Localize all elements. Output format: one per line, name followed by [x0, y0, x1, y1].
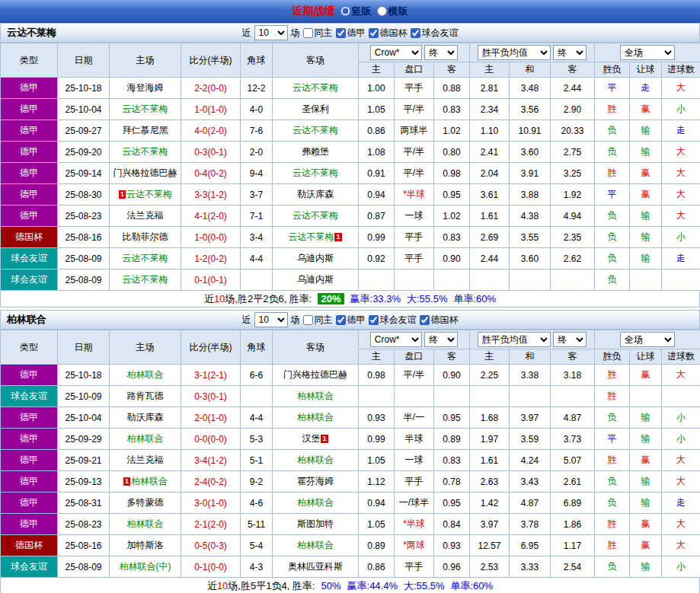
ah-final-select[interactable]: 终 — [424, 332, 458, 347]
red-card-badge: 1 — [119, 190, 126, 199]
match-row: 德甲25-08-23柏林联合2-1(2-0)5-11斯图加特1.05*半球0.8… — [1, 514, 700, 535]
full-match-select[interactable]: 全场 — [620, 332, 675, 347]
team-name: 汉堡 — [302, 433, 320, 444]
match-row: 德甲25-09-20云达不莱梅0-3(0-1)2-0弗赖堡1.08平/半0.80… — [1, 142, 700, 163]
league-checkbox[interactable] — [336, 28, 346, 38]
matches-tbody: 德甲25-10-18海登海姆2-2(0-0)12-2云达不莱梅1.00平手0.8… — [1, 78, 700, 291]
eu-home-odds-cell: 2.53 — [470, 556, 510, 578]
wdl-average-select[interactable]: 胜平负均值 — [478, 332, 551, 347]
same-home-checkbox[interactable] — [303, 315, 313, 325]
result-handicap-cell: 输 — [630, 248, 662, 269]
ah-away-odds-cell: 0.83 — [434, 450, 470, 471]
league-filter-3[interactable]: 德国杯 — [420, 314, 459, 327]
league-type-cell: 德甲 — [1, 206, 58, 227]
team-name: 霍芬海姆 — [297, 476, 334, 486]
league-filter-2[interactable]: 球会友谊 — [369, 314, 417, 327]
league-checkbox[interactable] — [369, 28, 379, 38]
ah-final-select[interactable]: 终 — [424, 45, 458, 60]
league-checkbox[interactable] — [369, 315, 379, 325]
league-type-cell: 德甲 — [1, 365, 58, 386]
eu-draw-odds-cell: 4.38 — [510, 206, 551, 227]
match-score-cell: 0-1(0-0) — [181, 556, 241, 578]
odds-company-select[interactable]: Crow* — [370, 332, 422, 347]
result-goals-cell: 小 — [662, 407, 700, 429]
league-checkbox[interactable] — [336, 315, 346, 325]
team-name: 路肯瓦德 — [127, 391, 164, 401]
eu-home-odds-cell: 2.04 — [470, 163, 510, 184]
same-home-filter[interactable]: 同主 — [303, 27, 333, 40]
eu-draw-odds-cell: 3.78 — [510, 514, 551, 535]
league-checkbox[interactable] — [411, 28, 420, 38]
single-rate: 单率:60% — [453, 292, 496, 306]
same-home-checkbox[interactable] — [303, 28, 313, 38]
league-type-cell: 球会友谊 — [1, 248, 58, 269]
result-wdl-cell: 胜 — [595, 365, 630, 386]
result-goals-cell: 大 — [662, 450, 700, 471]
match-date-cell: 25-08-16 — [58, 535, 110, 556]
team-name: 柏林联合 — [297, 454, 334, 465]
wdl-average-select[interactable]: 胜平负均值 — [478, 45, 551, 60]
col-ah-line: 盘口 — [395, 62, 434, 78]
vertical-view-radio[interactable] — [340, 6, 350, 16]
corner-cell: 3-4 — [241, 227, 273, 248]
team-section-union: 柏林联合 近 10 场 同主 德甲 球会友谊 德国杯 — [0, 310, 700, 593]
home-team-cell: 柏林联合 — [110, 365, 181, 386]
match-date-cell: 25-09-13 — [58, 471, 110, 493]
result-handicap-cell: 走 — [630, 78, 662, 99]
eu-home-odds-cell: 1.61 — [470, 206, 510, 227]
league-label: 德国杯 — [380, 27, 408, 40]
league-checkbox[interactable] — [420, 315, 430, 325]
view-option-vertical[interactable]: 竖版 — [340, 5, 372, 18]
eu-away-odds-cell: 2.54 — [551, 556, 595, 578]
recent-count-select[interactable]: 10 — [254, 25, 288, 40]
league-filter-1[interactable]: 德甲 — [336, 314, 366, 327]
odds-company-select[interactable]: Crow* — [370, 45, 422, 60]
league-filter-1[interactable]: 德甲 — [336, 27, 366, 40]
team-name: 柏林联合 — [127, 369, 164, 380]
match-score-cell: 4-0(2-0) — [181, 120, 241, 142]
result-goals-cell: 走 — [662, 493, 700, 514]
home-team-cell: 云达不莱梅 — [110, 99, 181, 120]
matches-tbody: 德甲25-10-18柏林联合3-1(2-1)6-6门兴格拉德巴赫0.98平/半0… — [1, 365, 700, 578]
team-name: 门兴格拉德巴赫 — [113, 167, 177, 178]
full-match-select[interactable]: 全场 — [620, 45, 675, 60]
ah-away-odds-cell — [434, 269, 470, 291]
same-home-filter[interactable]: 同主 — [303, 314, 333, 327]
result-handicap-cell — [630, 386, 662, 407]
recent-count-select[interactable]: 10 — [254, 312, 288, 327]
match-score-cell: 0-1(0-1) — [181, 269, 241, 291]
ah-odds-group: Crow* 终 — [359, 43, 470, 62]
matches-table: 类型 日期 主场 比分(半场) 角球 客场 Crow* 终 胜平负均值 终 全场 — [0, 43, 700, 291]
league-filter-3[interactable]: 球会友谊 — [411, 27, 459, 40]
match-date-cell: 25-08-31 — [58, 493, 110, 514]
ah-home-odds-cell: 0.86 — [359, 556, 395, 578]
ah-away-odds-cell: 0.95 — [434, 407, 470, 429]
corner-cell: 9-4 — [241, 163, 273, 184]
col-type: 类型 — [1, 43, 58, 78]
match-score-cell: 1-0(1-0) — [181, 99, 241, 120]
col-eu-home: 主 — [470, 349, 510, 365]
corner-cell: 4-4 — [241, 407, 273, 429]
result-goals-cell: 大 — [662, 163, 700, 184]
league-type-cell: 德甲 — [1, 493, 58, 514]
away-team-cell: 奥林匹亚科斯 — [273, 556, 359, 578]
result-handicap-cell: 赢 — [630, 184, 662, 206]
wdl-final-select[interactable]: 终 — [553, 332, 587, 347]
single-rate: 单率:60% — [450, 579, 493, 593]
result-goals-cell: 小 — [662, 99, 700, 120]
match-row: 德甲25-09-29柏林联合0-0(0-0)5-3汉堡10.99半球0.891.… — [1, 429, 700, 450]
eu-away-odds-cell: 2.75 — [551, 142, 595, 163]
away-team-cell: 柏林联合 — [273, 386, 359, 407]
league-filter-2[interactable]: 德国杯 — [369, 27, 408, 40]
view-option-horizontal[interactable]: 横版 — [377, 5, 408, 18]
wdl-final-select[interactable]: 终 — [553, 45, 587, 60]
team-name: 柏林联合 — [297, 497, 334, 508]
away-team-cell: 云达不莱梅 — [273, 78, 359, 99]
ah-away-odds-cell: 0.80 — [434, 142, 470, 163]
col-ah-home: 主 — [359, 62, 395, 78]
horizontal-view-radio[interactable] — [377, 6, 387, 16]
home-team-cell: 1柏林联合 — [110, 471, 181, 493]
eu-home-odds-cell: 1.42 — [470, 493, 510, 514]
match-row: 球会友谊25-08-09柏林联合(中)0-1(0-0)4-3奥林匹亚科斯0.86… — [1, 556, 700, 578]
match-row: 德甲25-10-18海登海姆2-2(0-0)12-2云达不莱梅1.00平手0.8… — [1, 78, 700, 99]
